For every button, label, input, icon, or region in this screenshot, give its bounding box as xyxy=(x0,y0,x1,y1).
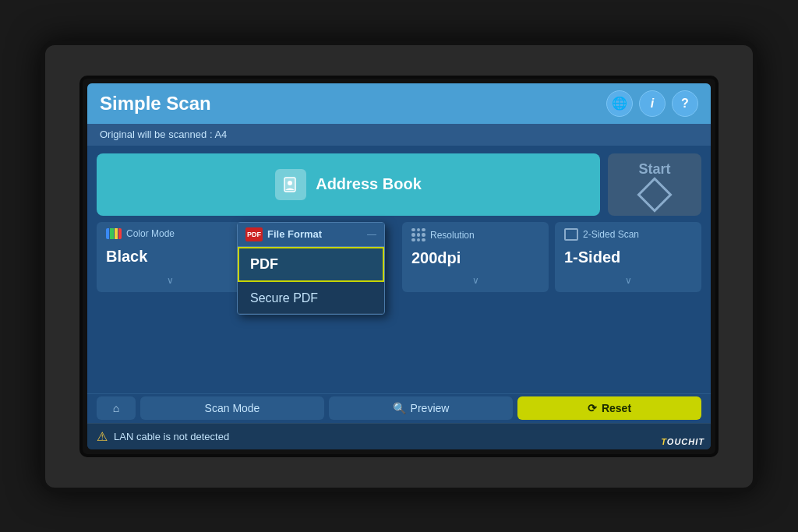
dropdown-collapse-icon: — xyxy=(367,229,376,240)
address-book-button[interactable]: Address Book xyxy=(97,153,600,216)
preview-button[interactable]: 🔍 Preview xyxy=(329,396,513,420)
reset-button[interactable]: ⟳ Reset xyxy=(517,396,701,420)
color-mode-header: Color Mode xyxy=(106,228,234,239)
start-button[interactable]: Start xyxy=(608,153,701,216)
two-sided-value: 1-Sided xyxy=(564,248,692,266)
bottom-bar: ⌂ Scan Mode 🔍 Preview ⟳ Reset xyxy=(87,393,711,423)
tiles-row: Color Mode Black ∨ File Format PDF ∨ xyxy=(97,222,701,292)
home-icon: ⌂ xyxy=(113,402,119,414)
color-mode-tile[interactable]: Color Mode Black ∨ xyxy=(97,222,243,292)
info-icon[interactable]: i xyxy=(639,90,666,117)
home-button[interactable]: ⌂ xyxy=(97,396,136,420)
warning-icon: ⚠ xyxy=(97,429,108,444)
resolution-value: 200dpi xyxy=(411,249,539,267)
file-format-dropdown-header: PDF File Format — xyxy=(238,223,384,247)
header-icons: 🌐 i ? xyxy=(606,90,698,117)
watermark: TOUCHIT xyxy=(661,437,704,446)
preview-search-icon: 🔍 xyxy=(393,402,406,414)
pdf-icon: PDF xyxy=(245,227,263,241)
device-outer: Simple Scan 🌐 i ? Original will be scann… xyxy=(41,41,757,492)
tiles-area: Color Mode Black ∨ File Format PDF ∨ xyxy=(97,222,701,292)
preview-label: Preview xyxy=(411,402,450,414)
file-format-secure-pdf-option[interactable]: Secure PDF xyxy=(238,282,384,314)
warning-text: LAN cable is not detected xyxy=(114,431,229,442)
file-format-dropdown[interactable]: PDF File Format — PDF Secure PDF xyxy=(237,222,385,315)
app-title: Simple Scan xyxy=(100,93,211,115)
reset-label: Reset xyxy=(602,402,631,414)
resolution-label: Resolution xyxy=(430,230,475,241)
screen-bezel: Simple Scan 🌐 i ? Original will be scann… xyxy=(79,76,719,457)
reset-icon: ⟳ xyxy=(588,402,597,414)
two-sided-tile[interactable]: 2-Sided Scan 1-Sided ∨ xyxy=(555,222,701,292)
start-diamond-icon xyxy=(637,177,672,212)
address-section: Address Book xyxy=(97,153,600,216)
file-format-title: File Format xyxy=(267,228,322,240)
address-book-label: Address Book xyxy=(316,175,422,193)
resolution-icon xyxy=(411,228,425,242)
warning-bar: ⚠ LAN cable is not detected xyxy=(87,423,711,449)
scan-info-text: Original will be scanned : A4 xyxy=(100,129,227,140)
svg-point-1 xyxy=(288,181,292,185)
scan-mode-label: Scan Mode xyxy=(205,402,260,414)
screen: Simple Scan 🌐 i ? Original will be scann… xyxy=(87,83,711,449)
color-mode-icon xyxy=(106,228,122,239)
address-book-icon xyxy=(275,169,306,200)
header-bar: Simple Scan 🌐 i ? xyxy=(87,83,711,124)
file-format-pdf-option[interactable]: PDF xyxy=(238,247,384,282)
globe-icon[interactable]: 🌐 xyxy=(606,90,633,117)
color-mode-label: Color Mode xyxy=(126,228,175,239)
two-sided-header: 2-Sided Scan xyxy=(564,228,692,241)
color-mode-value: Black xyxy=(106,248,234,266)
color-mode-arrow: ∨ xyxy=(106,275,234,286)
two-sided-arrow: ∨ xyxy=(564,275,692,286)
watermark-t: T xyxy=(661,437,667,446)
resolution-tile[interactable]: Resolution 200dpi ∨ xyxy=(402,222,549,292)
watermark-rest: OUCHIT xyxy=(667,437,704,446)
two-sided-icon xyxy=(564,228,578,241)
resolution-arrow: ∨ xyxy=(411,275,539,286)
scan-mode-button[interactable]: Scan Mode xyxy=(140,396,324,420)
main-content: Address Book Start xyxy=(87,146,711,393)
two-sided-label: 2-Sided Scan xyxy=(583,229,639,240)
start-label: Start xyxy=(638,161,670,178)
top-row: Address Book Start xyxy=(97,153,701,216)
help-icon[interactable]: ? xyxy=(672,90,698,117)
resolution-header: Resolution xyxy=(411,228,539,242)
sub-header: Original will be scanned : A4 xyxy=(87,124,711,146)
